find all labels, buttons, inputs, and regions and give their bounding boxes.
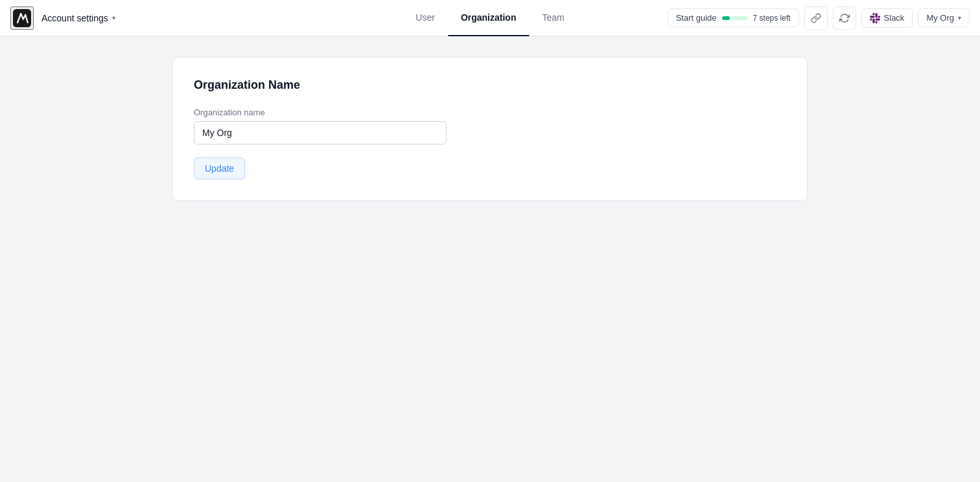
start-guide-button[interactable]: Start guide 7 steps left [668,8,799,27]
org-label: My Org [926,13,954,23]
org-name-label: Organization name [194,108,786,117]
navbar-right: Start guide 7 steps left [668,6,970,30]
chevron-down-icon: ▾ [112,14,115,21]
organization-card: Organization Name Organization name Upda… [172,57,808,201]
logo-button[interactable] [10,6,34,30]
slack-button[interactable]: Slack [861,8,913,28]
progress-bar-track [722,16,748,20]
refresh-icon [839,13,850,23]
main-content: Organization Name Organization name Upda… [0,36,980,222]
nav-tabs: User Organization Team [402,0,577,36]
tab-user[interactable]: User [402,0,448,36]
refresh-icon-button[interactable] [833,6,856,30]
link-icon [811,13,821,23]
account-settings-button[interactable]: Account settings ▾ [36,9,121,27]
slack-icon [870,13,880,23]
org-chevron-icon: ▾ [958,14,961,21]
card-title: Organization Name [194,78,786,92]
slack-label: Slack [884,13,905,23]
navbar: Account settings ▾ User Organization Tea… [0,0,980,36]
update-button[interactable]: Update [194,157,245,179]
org-name-form-group: Organization name [194,108,786,144]
steps-left-text: 7 steps left [753,14,791,23]
org-name-input[interactable] [194,121,447,144]
tab-organization[interactable]: Organization [448,0,530,36]
start-guide-label: Start guide [676,13,717,23]
tab-team[interactable]: Team [529,0,577,36]
account-settings-label: Account settings [41,13,108,23]
org-button[interactable]: My Org ▾ [918,8,970,27]
link-icon-button[interactable] [804,6,828,30]
progress-bar-fill [722,16,730,20]
